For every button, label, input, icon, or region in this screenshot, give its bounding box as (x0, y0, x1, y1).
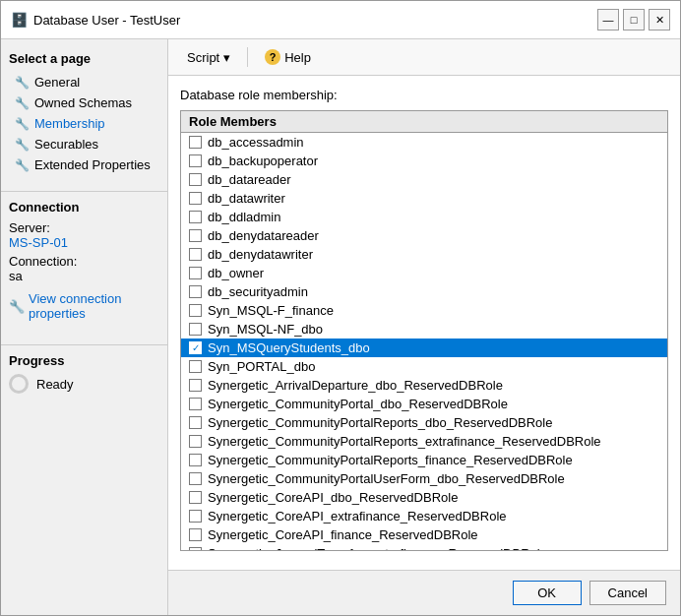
role-list-item[interactable]: Synergetic_CommunityPortalReports_extraf… (181, 432, 667, 451)
help-button[interactable]: ? Help (256, 45, 320, 69)
script-label: Script (187, 50, 219, 65)
help-label: Help (284, 50, 311, 65)
role-name: Syn_MSQueryStudents_dbo (208, 340, 370, 355)
role-name: Synergetic_CommunityPortalReports_extraf… (208, 434, 601, 449)
role-checkbox[interactable] (189, 136, 202, 149)
progress-spinner (9, 374, 29, 394)
window-title: Database User - TestUser (33, 13, 180, 28)
role-list-item[interactable]: Syn_PORTAL_dbo (181, 357, 667, 376)
role-name: Syn_PORTAL_dbo (208, 359, 315, 374)
sidebar: Select a page 🔧 General 🔧 Owned Schemas … (1, 39, 168, 615)
help-icon: ? (265, 49, 280, 65)
role-checkbox[interactable] (189, 248, 202, 261)
server-label-group: Server: MS-SP-01 (9, 220, 159, 250)
role-name: Synergetic_CommunityPortalUserForm_dbo_R… (208, 471, 565, 486)
close-button[interactable]: ✕ (649, 9, 670, 31)
script-dropdown-icon: ▾ (223, 50, 230, 65)
view-connection-properties-link[interactable]: 🔧 View connection properties (9, 291, 159, 321)
role-name: Synergetic_CommunityPortal_dbo_ReservedD… (208, 397, 508, 411)
server-label: Server: (9, 220, 159, 235)
role-list-container[interactable]: Role Members db_accessadmindb_backupoper… (180, 110, 668, 551)
role-list-item[interactable]: db_accessadmin (181, 133, 667, 152)
sidebar-item-extended-properties[interactable]: 🔧 Extended Properties (1, 154, 167, 175)
cancel-button[interactable]: Cancel (589, 581, 666, 605)
role-checkbox[interactable] (189, 229, 202, 242)
role-checkbox[interactable] (189, 528, 202, 541)
role-checkbox[interactable] (189, 454, 202, 466)
role-checkbox[interactable] (189, 323, 202, 336)
role-checkbox[interactable] (189, 472, 202, 485)
toolbar: Script ▾ ? Help (168, 39, 680, 76)
sidebar-item-owned-schemas[interactable]: 🔧 Owned Schemas (1, 92, 167, 113)
role-list-item[interactable]: Synergetic_ArrivalDeparture_dbo_Reserved… (181, 376, 667, 395)
server-value: MS-SP-01 (9, 235, 159, 250)
role-checkbox[interactable] (189, 491, 202, 504)
role-list-item[interactable]: db_securityadmin (181, 282, 667, 301)
role-name: Synergetic_ArrivalDeparture_dbo_Reserved… (208, 378, 503, 393)
role-list-item[interactable]: Synergetic_CoreAPI_extrafinance_Reserved… (181, 507, 667, 525)
progress-content: Ready (9, 374, 159, 394)
role-list-item[interactable]: db_owner (181, 264, 667, 282)
footer: OK Cancel (168, 570, 680, 615)
role-checkbox[interactable] (189, 435, 202, 448)
role-name: Synergetic_CoreAPI_extrafinance_Reserved… (208, 509, 507, 524)
role-list-item[interactable]: db_datawriter (181, 189, 667, 208)
role-checkbox[interactable] (189, 267, 202, 279)
role-name: db_denydatareader (208, 228, 319, 243)
role-checkbox[interactable] (189, 285, 202, 298)
role-list-item[interactable]: Syn_MSQL-NF_dbo (181, 320, 667, 339)
role-name: Synergetic_CommunityPortalReports_financ… (208, 453, 573, 467)
sidebar-label-securables: Securables (34, 137, 98, 152)
role-checkbox[interactable] (189, 304, 202, 317)
toolbar-separator (247, 47, 248, 67)
role-checkbox[interactable] (189, 211, 202, 223)
role-checkbox[interactable] (189, 173, 202, 186)
role-checkbox[interactable] (189, 547, 202, 551)
sidebar-item-general[interactable]: 🔧 General (1, 72, 167, 92)
role-list-item[interactable]: db_denydatawriter (181, 245, 667, 264)
membership-icon: 🔧 (15, 117, 30, 131)
sidebar-section-title: Select a page (1, 47, 167, 72)
minimize-button[interactable]: — (597, 9, 619, 31)
role-name: db_owner (208, 266, 264, 280)
sidebar-label-membership: Membership (34, 116, 105, 131)
role-checkbox[interactable] (189, 360, 202, 373)
sidebar-label-owned-schemas: Owned Schemas (34, 95, 132, 110)
maximize-button[interactable]: □ (623, 9, 645, 31)
role-checkbox[interactable] (189, 398, 202, 410)
role-list-item[interactable]: db_denydatareader (181, 226, 667, 245)
sidebar-item-securables[interactable]: 🔧 Securables (1, 134, 167, 154)
role-list-item[interactable]: db_backupoperator (181, 152, 667, 170)
role-list-item[interactable]: db_datareader (181, 170, 667, 189)
role-name: db_datawriter (208, 191, 285, 206)
role-name: db_securityadmin (208, 284, 308, 299)
role-checkbox[interactable] (189, 416, 202, 429)
extended-properties-icon: 🔧 (15, 158, 30, 172)
sidebar-label-general: General (34, 75, 80, 90)
role-list-item[interactable]: Synergetic_CoreAPI_finance_ReservedDBRol… (181, 525, 667, 544)
progress-section: Progress Ready (1, 344, 167, 401)
role-checkbox[interactable] (189, 379, 202, 392)
role-checkbox[interactable] (189, 192, 202, 205)
owned-schemas-icon: 🔧 (15, 96, 30, 110)
role-checkbox[interactable] (189, 154, 202, 167)
progress-status: Ready (36, 377, 74, 392)
role-list-item[interactable]: Synergetic_CommunityPortalUserForm_dbo_R… (181, 469, 667, 488)
connection-label-group: Connection: sa (9, 254, 159, 283)
main-layout: Select a page 🔧 General 🔧 Owned Schemas … (1, 39, 680, 615)
role-list-item[interactable]: Synergetic_JournalTransfer_extrafinance_… (181, 544, 667, 551)
role-checkbox[interactable] (189, 510, 202, 523)
role-list-item[interactable]: Synergetic_CoreAPI_dbo_ReservedDBRole (181, 488, 667, 507)
role-list-item[interactable]: Synergetic_CommunityPortalReports_financ… (181, 451, 667, 469)
ok-button[interactable]: OK (513, 581, 582, 605)
role-list-item[interactable]: Syn_MSQueryStudents_dbo (181, 339, 667, 357)
role-list-item[interactable]: Synergetic_CommunityPortalReports_dbo_Re… (181, 413, 667, 432)
role-list-item[interactable]: db_ddladmin (181, 208, 667, 226)
role-checkbox[interactable] (189, 341, 202, 354)
sidebar-item-membership[interactable]: 🔧 Membership (1, 113, 167, 134)
script-button[interactable]: Script ▾ (178, 46, 239, 69)
title-bar-controls: — □ ✕ (597, 9, 670, 31)
role-list-item[interactable]: Synergetic_CommunityPortal_dbo_ReservedD… (181, 395, 667, 413)
window-icon: 🗄️ (11, 12, 28, 28)
role-list-item[interactable]: Syn_MSQL-F_finance (181, 301, 667, 320)
